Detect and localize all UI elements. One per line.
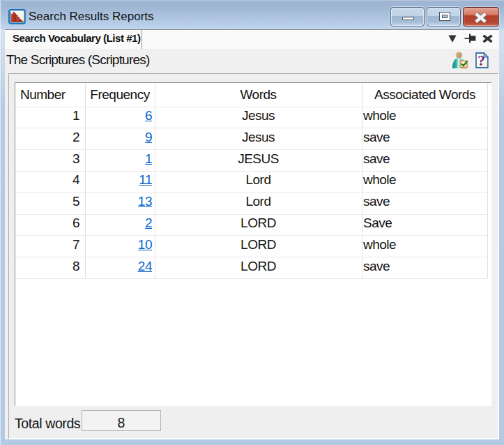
- svg-text:?: ?: [478, 52, 485, 68]
